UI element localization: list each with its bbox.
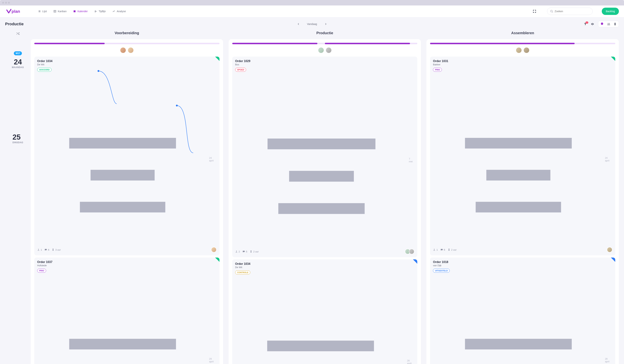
column-voorbereiding: Voorbereiding Order 1034 De Wit AKKOORD — [31, 31, 223, 364]
calendar-icon — [73, 10, 76, 13]
tab-kanban[interactable]: Kanban — [53, 10, 67, 13]
tag-uitgesteld: UITGESTELD — [433, 269, 450, 273]
columns: Voorbereiding Order 1034 De Wit AKKOORD — [31, 31, 619, 364]
board: W17 24 MAANDAG 25 DINSDAG Voorbereiding — [0, 29, 624, 364]
card-date: 28 april — [433, 275, 612, 364]
upload-icon — [37, 249, 40, 251]
nav-tabs: Lijst Kanban Kalender Tijdlijn Analyse — [38, 10, 126, 13]
search-input[interactable] — [555, 10, 590, 13]
logo[interactable]: plan — [5, 9, 27, 14]
column-assembleren: Assembleren Order 1031 Bakker PRIO 2 — [426, 31, 619, 364]
day-container: Order 1034 De Wit AKKOORD 24 april 1 6 3… — [31, 39, 223, 364]
avatar[interactable] — [326, 47, 332, 53]
tab-label: Kanban — [58, 10, 67, 13]
slider-icon — [614, 23, 617, 26]
comment-icon — [45, 249, 47, 251]
card-subtitle: De Wit — [235, 266, 415, 269]
puzzle-icon — [600, 23, 604, 26]
order-card[interactable]: Order 1037 Hofstede PRIO 29 april 1 3 2 … — [34, 257, 219, 364]
status-corner-icon — [611, 257, 615, 262]
assignees — [232, 47, 417, 53]
next-day-icon[interactable] — [324, 23, 327, 25]
avatar[interactable] — [120, 47, 126, 53]
card-title: Order 1034 — [37, 60, 217, 63]
filter-badge: 1 — [586, 22, 588, 24]
svg-rect-6 — [75, 10, 75, 11]
comments-stat: 6 — [45, 249, 49, 251]
toolbar-icons: 1 — [584, 21, 619, 27]
chrome-dot — [5, 2, 7, 4]
card-subtitle: De Wit — [37, 63, 217, 66]
avatar[interactable] — [607, 247, 612, 252]
tag-prio: PRIO — [433, 68, 442, 72]
team-button[interactable] — [607, 23, 610, 26]
svg-rect-1 — [54, 10, 56, 12]
search-box[interactable] — [547, 8, 593, 15]
status-corner-icon — [215, 57, 219, 61]
progress-bar — [34, 43, 219, 44]
card-footer: 1 6 2 uur — [433, 247, 612, 252]
date-icon — [37, 74, 208, 244]
integrations-button[interactable] — [600, 23, 604, 26]
hours-icon — [448, 249, 450, 251]
card-footer: 1 6 3 uur — [37, 247, 217, 252]
window-chrome — [0, 0, 624, 5]
column-header: Assembleren — [426, 31, 619, 35]
date-icon — [433, 74, 604, 244]
order-card[interactable]: Order 1034 De Wit CONTROLE 26 april 2 1 … — [232, 259, 417, 364]
timeline-icon — [94, 10, 97, 13]
avatar[interactable] — [128, 47, 134, 53]
hours-stat: 2 uur — [250, 250, 259, 253]
people-icon — [607, 23, 610, 26]
subheader: Productie Vandaag 1 — [0, 17, 624, 29]
card-subtitle: van Dijk — [433, 264, 612, 267]
svg-line-8 — [552, 12, 553, 13]
svg-rect-13 — [615, 24, 615, 24]
page-title: Productie — [5, 22, 24, 26]
card-date: 24 april — [433, 74, 612, 244]
tab-label: Tijdlijn — [99, 10, 106, 13]
tab-tijdlijn[interactable]: Tijdlijn — [94, 10, 106, 13]
tab-lijst[interactable]: Lijst — [38, 10, 47, 13]
status-corner-icon — [611, 57, 615, 61]
visibility-button[interactable] — [591, 23, 594, 26]
order-card[interactable]: Order 1029 Bos SPOED 7 mei 2 5 2 uur — [232, 57, 417, 257]
card-title: Order 1018 — [433, 260, 612, 264]
date-icon — [235, 74, 408, 246]
order-card[interactable]: Order 1018 van Dijk UITGESTELD 28 april … — [430, 257, 615, 364]
svg-text:plan: plan — [12, 9, 20, 14]
tab-kalender[interactable]: Kalender — [73, 10, 88, 13]
card-date: 7 mei — [235, 74, 415, 246]
comments-stat: 5 — [242, 250, 247, 253]
analyse-icon — [112, 10, 115, 13]
backlog-button[interactable]: Backlog — [602, 8, 619, 15]
attachments-stat: 1 — [433, 249, 438, 251]
settings-button[interactable] — [614, 23, 617, 26]
assignees — [34, 47, 219, 53]
date-icon — [37, 275, 208, 364]
avatar[interactable] — [523, 47, 530, 53]
fullscreen-icon[interactable] — [533, 10, 536, 13]
avatar[interactable] — [409, 249, 414, 254]
column-header: Productie — [229, 31, 421, 35]
comments-stat: 6 — [441, 249, 445, 251]
order-card[interactable]: Order 1034 De Wit AKKOORD 24 april 1 6 3… — [34, 57, 219, 255]
day-number: 25 — [13, 133, 23, 141]
today-label[interactable]: Vandaag — [307, 23, 317, 25]
avatar[interactable] — [211, 247, 217, 252]
day-container: Order 1029 Bos SPOED 7 mei 2 5 2 uur — [229, 39, 421, 364]
order-card[interactable]: Order 1031 Bakker PRIO 24 april 1 6 2 uu… — [430, 57, 615, 255]
tab-analyse[interactable]: Analyse — [112, 10, 126, 13]
avatar[interactable] — [318, 47, 324, 53]
hours-stat: 3 uur — [52, 249, 61, 251]
filter-button[interactable]: 1 — [584, 23, 587, 25]
date-icon — [235, 277, 406, 364]
prev-day-icon[interactable] — [297, 23, 300, 25]
svg-point-10 — [609, 23, 610, 24]
assignees — [430, 47, 615, 53]
svg-rect-4 — [74, 11, 76, 12]
card-subtitle: Hofstede — [37, 264, 217, 267]
card-title: Order 1037 — [37, 260, 217, 264]
avatar[interactable] — [516, 47, 522, 53]
shuffle-icon[interactable] — [16, 32, 20, 35]
